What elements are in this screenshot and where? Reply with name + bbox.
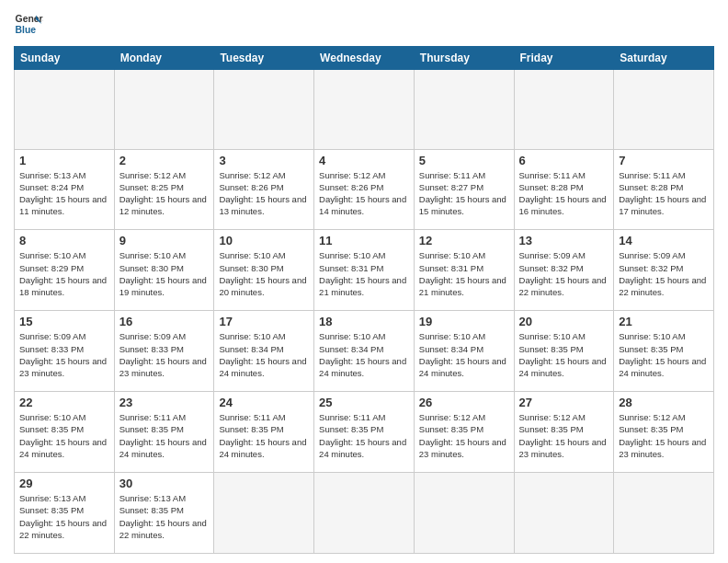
day-info: Sunrise: 5:11 AMSunset: 8:27 PMDaylight:… — [419, 169, 509, 218]
day-number: 10 — [219, 234, 309, 247]
day-number: 16 — [119, 315, 210, 328]
day-info: Sunrise: 5:12 AMSunset: 8:26 PMDaylight:… — [219, 169, 309, 218]
calendar-cell: 12Sunrise: 5:10 AMSunset: 8:31 PMDayligh… — [414, 230, 514, 311]
day-info: Sunrise: 5:10 AMSunset: 8:35 PMDaylight:… — [19, 411, 109, 460]
calendar-week-row: 22Sunrise: 5:10 AMSunset: 8:35 PMDayligh… — [15, 392, 714, 473]
calendar-week-row: 8Sunrise: 5:10 AMSunset: 8:29 PMDaylight… — [15, 230, 714, 311]
header-cell-monday: Monday — [114, 47, 214, 70]
day-number: 5 — [419, 154, 509, 167]
calendar-cell: 21Sunrise: 5:10 AMSunset: 8:35 PMDayligh… — [614, 311, 714, 392]
calendar-cell: 18Sunrise: 5:10 AMSunset: 8:34 PMDayligh… — [314, 311, 415, 392]
day-info: Sunrise: 5:10 AMSunset: 8:34 PMDaylight:… — [319, 330, 409, 379]
day-info: Sunrise: 5:13 AMSunset: 8:35 PMDaylight:… — [119, 492, 210, 541]
calendar-cell: 26Sunrise: 5:12 AMSunset: 8:35 PMDayligh… — [414, 392, 514, 473]
day-info: Sunrise: 5:11 AMSunset: 8:28 PMDaylight:… — [519, 169, 609, 218]
calendar-header-row: SundayMondayTuesdayWednesdayThursdayFrid… — [15, 47, 714, 70]
page: General Blue SundayMondayTuesdayWednesda… — [0, 0, 728, 563]
calendar-cell: 11Sunrise: 5:10 AMSunset: 8:31 PMDayligh… — [314, 230, 415, 311]
calendar-week-row: 29Sunrise: 5:13 AMSunset: 8:35 PMDayligh… — [15, 473, 714, 554]
day-number: 20 — [519, 315, 609, 328]
calendar-cell: 2Sunrise: 5:12 AMSunset: 8:25 PMDaylight… — [114, 149, 214, 230]
calendar-cell: 9Sunrise: 5:10 AMSunset: 8:30 PMDaylight… — [114, 230, 214, 311]
calendar-cell: 29Sunrise: 5:13 AMSunset: 8:35 PMDayligh… — [15, 473, 115, 554]
calendar-cell: 27Sunrise: 5:12 AMSunset: 8:35 PMDayligh… — [514, 392, 614, 473]
calendar-cell: 13Sunrise: 5:09 AMSunset: 8:32 PMDayligh… — [514, 230, 614, 311]
day-info: Sunrise: 5:09 AMSunset: 8:33 PMDaylight:… — [19, 330, 109, 379]
header-cell-wednesday: Wednesday — [314, 47, 415, 70]
day-info: Sunrise: 5:11 AMSunset: 8:35 PMDaylight:… — [219, 411, 309, 460]
header: General Blue — [14, 9, 714, 39]
day-number: 23 — [119, 396, 210, 409]
calendar-cell — [514, 473, 614, 554]
day-number: 14 — [619, 234, 709, 247]
calendar-cell — [614, 473, 714, 554]
calendar-cell: 3Sunrise: 5:12 AMSunset: 8:26 PMDaylight… — [214, 149, 314, 230]
header-cell-saturday: Saturday — [614, 47, 714, 70]
day-info: Sunrise: 5:10 AMSunset: 8:35 PMDaylight:… — [519, 330, 609, 379]
logo: General Blue — [14, 9, 43, 39]
day-number: 4 — [319, 154, 409, 167]
calendar-cell: 24Sunrise: 5:11 AMSunset: 8:35 PMDayligh… — [214, 392, 314, 473]
calendar-cell: 4Sunrise: 5:12 AMSunset: 8:26 PMDaylight… — [314, 149, 415, 230]
calendar-cell: 15Sunrise: 5:09 AMSunset: 8:33 PMDayligh… — [15, 311, 115, 392]
calendar-cell: 25Sunrise: 5:11 AMSunset: 8:35 PMDayligh… — [314, 392, 415, 473]
header-cell-tuesday: Tuesday — [214, 47, 314, 70]
calendar-cell — [414, 70, 514, 150]
calendar-cell — [314, 473, 415, 554]
calendar-cell: 10Sunrise: 5:10 AMSunset: 8:30 PMDayligh… — [214, 230, 314, 311]
calendar-cell — [214, 473, 314, 554]
day-number: 13 — [519, 234, 609, 247]
calendar-cell: 20Sunrise: 5:10 AMSunset: 8:35 PMDayligh… — [514, 311, 614, 392]
calendar-cell — [214, 70, 314, 150]
day-info: Sunrise: 5:09 AMSunset: 8:33 PMDaylight:… — [119, 330, 210, 379]
day-number: 17 — [219, 315, 309, 328]
calendar-cell: 17Sunrise: 5:10 AMSunset: 8:34 PMDayligh… — [214, 311, 314, 392]
calendar-cell — [15, 70, 115, 150]
calendar-cell: 28Sunrise: 5:12 AMSunset: 8:35 PMDayligh… — [614, 392, 714, 473]
header-cell-thursday: Thursday — [414, 47, 514, 70]
day-info: Sunrise: 5:10 AMSunset: 8:31 PMDaylight:… — [419, 249, 509, 298]
day-number: 24 — [219, 396, 309, 409]
day-info: Sunrise: 5:11 AMSunset: 8:35 PMDaylight:… — [319, 411, 409, 460]
calendar-cell — [614, 70, 714, 150]
calendar-week-row — [15, 70, 714, 150]
day-number: 6 — [519, 154, 609, 167]
calendar-cell: 23Sunrise: 5:11 AMSunset: 8:35 PMDayligh… — [114, 392, 214, 473]
calendar-cell: 16Sunrise: 5:09 AMSunset: 8:33 PMDayligh… — [114, 311, 214, 392]
day-number: 22 — [19, 396, 109, 409]
day-info: Sunrise: 5:09 AMSunset: 8:32 PMDaylight:… — [519, 249, 609, 298]
day-number: 8 — [19, 234, 109, 247]
day-number: 9 — [119, 234, 210, 247]
day-number: 18 — [319, 315, 409, 328]
day-info: Sunrise: 5:10 AMSunset: 8:30 PMDaylight:… — [219, 249, 309, 298]
calendar-cell: 19Sunrise: 5:10 AMSunset: 8:34 PMDayligh… — [414, 311, 514, 392]
calendar-week-row: 15Sunrise: 5:09 AMSunset: 8:33 PMDayligh… — [15, 311, 714, 392]
calendar-week-row: 1Sunrise: 5:13 AMSunset: 8:24 PMDaylight… — [15, 149, 714, 230]
calendar-table: SundayMondayTuesdayWednesdayThursdayFrid… — [14, 46, 714, 554]
day-number: 2 — [119, 154, 210, 167]
day-info: Sunrise: 5:09 AMSunset: 8:32 PMDaylight:… — [619, 249, 709, 298]
day-number: 11 — [319, 234, 409, 247]
day-number: 1 — [19, 154, 109, 167]
day-info: Sunrise: 5:12 AMSunset: 8:35 PMDaylight:… — [419, 411, 509, 460]
day-number: 30 — [119, 477, 210, 490]
day-info: Sunrise: 5:10 AMSunset: 8:30 PMDaylight:… — [119, 249, 210, 298]
day-number: 26 — [419, 396, 509, 409]
header-cell-friday: Friday — [514, 47, 614, 70]
day-info: Sunrise: 5:10 AMSunset: 8:34 PMDaylight:… — [419, 330, 509, 379]
day-number: 27 — [519, 396, 609, 409]
calendar-cell — [314, 70, 415, 150]
calendar-cell — [114, 70, 214, 150]
svg-text:General: General — [16, 14, 43, 24]
day-number: 3 — [219, 154, 309, 167]
day-info: Sunrise: 5:13 AMSunset: 8:24 PMDaylight:… — [19, 169, 109, 218]
calendar-cell: 14Sunrise: 5:09 AMSunset: 8:32 PMDayligh… — [614, 230, 714, 311]
day-info: Sunrise: 5:10 AMSunset: 8:35 PMDaylight:… — [619, 330, 709, 379]
calendar-cell — [414, 473, 514, 554]
svg-text:Blue: Blue — [16, 25, 37, 35]
calendar-cell: 5Sunrise: 5:11 AMSunset: 8:27 PMDaylight… — [414, 149, 514, 230]
day-number: 12 — [419, 234, 509, 247]
day-info: Sunrise: 5:11 AMSunset: 8:28 PMDaylight:… — [619, 169, 709, 218]
day-info: Sunrise: 5:12 AMSunset: 8:25 PMDaylight:… — [119, 169, 210, 218]
day-info: Sunrise: 5:12 AMSunset: 8:35 PMDaylight:… — [519, 411, 609, 460]
